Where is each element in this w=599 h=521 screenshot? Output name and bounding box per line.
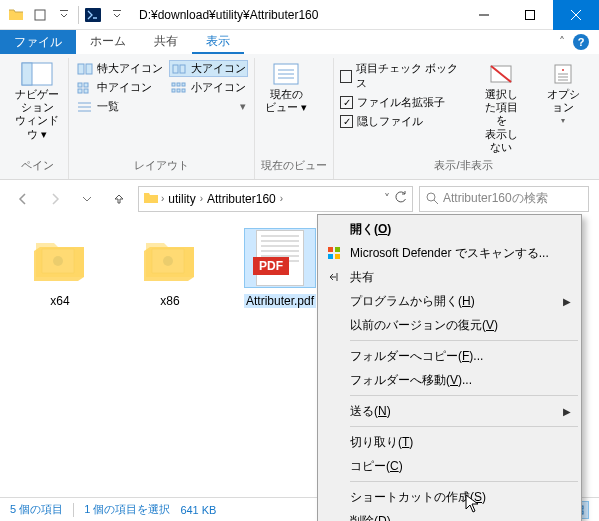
ribbon-group-show-hide: 項目チェック ボックス ✓ファイル名拡張子 ✓隠しファイル 選択した項目を 表示…	[334, 58, 593, 179]
chevron-right-icon: ▶	[563, 406, 571, 417]
nav-recent-button[interactable]	[74, 186, 100, 212]
ctx-create-shortcut[interactable]: ショートカットの作成(S)	[320, 485, 579, 509]
svg-rect-5	[526, 10, 535, 19]
nav-back-button[interactable]	[10, 186, 36, 212]
breadcrumb-segment[interactable]: utility	[166, 192, 197, 206]
status-selected-count: 1 個の項目を選択	[84, 502, 170, 517]
nav-forward-button[interactable]	[42, 186, 68, 212]
pin-icon[interactable]	[28, 3, 52, 27]
ctx-move-to-folder[interactable]: フォルダーへ移動(V)...	[320, 368, 579, 392]
quick-access-toolbar	[0, 3, 133, 27]
folder-icon	[4, 3, 28, 27]
file-label: x86	[160, 294, 179, 308]
ribbon-group-layout-label: レイアウト	[75, 156, 248, 177]
ctx-defender-scan[interactable]: Microsoft Defender でスキャンする...	[320, 241, 579, 265]
svg-rect-21	[172, 89, 175, 92]
hide-selected-button[interactable]: 選択した項目を 表示しない	[478, 60, 526, 156]
svg-rect-13	[180, 65, 185, 73]
options-button[interactable]: オプション ▾	[539, 60, 587, 128]
nav-up-button[interactable]	[106, 186, 132, 212]
address-box[interactable]: › utility › Attributer160 › ˅	[138, 186, 413, 212]
svg-rect-19	[177, 83, 180, 86]
expand-ribbon-icon[interactable]: ˄	[559, 35, 565, 49]
svg-rect-50	[335, 247, 340, 252]
maximize-button[interactable]	[507, 0, 553, 30]
tab-view[interactable]: 表示	[192, 30, 244, 54]
customize-qat-icon[interactable]	[52, 3, 76, 27]
ctx-copy-to-folder[interactable]: フォルダーへコピー(F)...	[320, 344, 579, 368]
folder-item[interactable]: x64	[20, 228, 100, 488]
checkbox-file-extensions[interactable]: ✓ファイル名拡張子	[340, 94, 464, 111]
chevron-right-icon[interactable]: ›	[161, 193, 164, 204]
ribbon-tabs: ファイル ホーム 共有 表示 ˄ ?	[0, 30, 599, 54]
share-icon	[326, 269, 342, 285]
ctx-open-with[interactable]: プログラムから開く(H)▶	[320, 289, 579, 313]
separator	[350, 395, 578, 396]
view-list[interactable]: 一覧	[75, 98, 165, 115]
view-medium-icons[interactable]: 中アイコン	[75, 79, 165, 96]
tab-share[interactable]: 共有	[140, 30, 192, 54]
chevron-right-icon[interactable]: ›	[280, 193, 283, 204]
powershell-icon[interactable]	[81, 3, 105, 27]
svg-line-39	[434, 200, 438, 204]
ribbon-group-layout: 特大アイコン 大アイコン 中アイコン 小アイコン 一覧 ▾ レイアウト	[69, 58, 255, 179]
svg-rect-23	[182, 89, 185, 92]
svg-rect-2	[85, 8, 101, 22]
separator	[350, 426, 578, 427]
view-small-icons[interactable]: 小アイコン	[169, 79, 248, 96]
close-button[interactable]	[553, 0, 599, 30]
svg-rect-15	[84, 83, 88, 87]
folder-icon	[142, 235, 198, 281]
folder-item[interactable]: x86	[130, 228, 210, 488]
view-more[interactable]: ▾	[169, 98, 248, 115]
ribbon: ナビゲーション ウィンドウ ▾ ペイン 特大アイコン 大アイコン 中アイコン 小…	[0, 54, 599, 180]
separator	[350, 340, 578, 341]
pdf-file-item[interactable]: PDF Attributer.pdf	[240, 228, 320, 488]
ctx-share[interactable]: 共有	[320, 265, 579, 289]
refresh-icon[interactable]	[394, 190, 408, 207]
ribbon-group-current-view: 現在の ビュー ▾ 現在のビュー	[255, 58, 334, 179]
svg-rect-16	[78, 89, 82, 93]
tab-home[interactable]: ホーム	[76, 30, 140, 54]
svg-rect-12	[173, 65, 178, 73]
window-title: D:¥download¥utility¥Attributer160	[139, 8, 461, 22]
address-dropdown-icon[interactable]: ˅	[384, 192, 390, 206]
context-menu: 開く(O) Microsoft Defender でスキャンする... 共有 プ…	[317, 214, 582, 521]
breadcrumb-segment[interactable]: Attributer160	[205, 192, 278, 206]
separator	[78, 6, 79, 24]
ctx-cut[interactable]: 切り取り(T)	[320, 430, 579, 454]
defender-icon	[326, 245, 342, 261]
chevron-right-icon[interactable]: ›	[200, 193, 203, 204]
ribbon-group-pane-label: ペイン	[12, 156, 62, 177]
options-label: オプション	[541, 88, 585, 114]
ctx-delete[interactable]: 削除(D)	[320, 509, 579, 521]
ctx-open[interactable]: 開く(O)	[320, 217, 579, 241]
current-view-button[interactable]: 現在の ビュー ▾	[261, 60, 311, 116]
view-large-icons[interactable]: 大アイコン	[169, 60, 248, 77]
svg-rect-14	[78, 83, 82, 87]
customize-qat-2-icon[interactable]	[105, 3, 129, 27]
status-size: 641 KB	[180, 504, 216, 516]
svg-rect-18	[172, 83, 175, 86]
minimize-button[interactable]	[461, 0, 507, 30]
tab-file[interactable]: ファイル	[0, 30, 76, 54]
view-extra-large-icons[interactable]: 特大アイコン	[75, 60, 165, 77]
checkbox-hidden-files[interactable]: ✓隠しファイル	[340, 113, 464, 130]
separator	[73, 503, 74, 517]
help-icon[interactable]: ?	[573, 34, 589, 50]
svg-rect-52	[335, 254, 340, 259]
svg-rect-51	[328, 254, 333, 259]
navigation-pane-label: ナビゲーション ウィンドウ ▾	[14, 88, 60, 141]
checkbox-item-check-boxes[interactable]: 項目チェック ボックス	[340, 60, 464, 92]
navigation-pane-button[interactable]: ナビゲーション ウィンドウ ▾	[12, 60, 62, 143]
search-input[interactable]: Attributer160の検索	[419, 186, 589, 212]
ribbon-group-pane: ナビゲーション ウィンドウ ▾ ペイン	[6, 58, 69, 179]
svg-rect-49	[328, 247, 333, 252]
ctx-copy[interactable]: コピー(C)	[320, 454, 579, 478]
ctx-previous-versions[interactable]: 以前のバージョンの復元(V)	[320, 313, 579, 337]
ctx-send-to[interactable]: 送る(N)▶	[320, 399, 579, 423]
ribbon-group-current-view-label: 現在のビュー	[261, 156, 327, 177]
chevron-right-icon: ▶	[563, 296, 571, 307]
pdf-badge: PDF	[253, 257, 289, 275]
svg-rect-20	[182, 83, 185, 86]
